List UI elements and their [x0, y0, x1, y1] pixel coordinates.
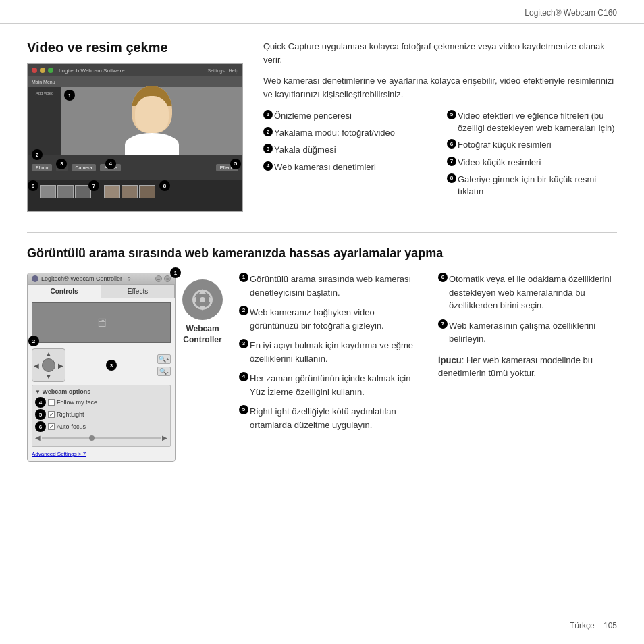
- step-2: 2 Web kameranız bağlıyken video görüntün…: [239, 306, 418, 332]
- section1-intro: Quick Capture uygulaması kolayca fotoğra…: [263, 40, 617, 66]
- wc-tabs: Controls Effects: [28, 285, 175, 298]
- step-3: 3 En iyi açıyı bulmak için kaydırma ve e…: [239, 339, 418, 365]
- feature-3: 3 Yakala düğmesi: [263, 144, 433, 156]
- wc-num3-label: 3: [106, 360, 117, 371]
- wc-rightlight-label: RightLight: [57, 411, 84, 418]
- wc-arrow-down: ▼: [45, 373, 52, 380]
- feature-2-text: Yakalama modu: fotoğraf/video: [274, 127, 395, 139]
- section1-intro2: Web kamerası denetimlerine ve ayarlarına…: [263, 74, 617, 101]
- qc-thumb-group2: [104, 185, 155, 198]
- steps-right-col: 6 Otomatik veya el ile odaklama özellikl…: [438, 273, 617, 438]
- qc-sidebar: Add video: [28, 87, 61, 155]
- step-3-num: 3: [239, 339, 248, 348]
- wc-option-autofocus: 6 ✓ Auto-focus: [35, 421, 167, 432]
- step-1-text: Görüntülü arama sırasında web kamerası d…: [250, 273, 418, 299]
- wc-rightlight-checkbox[interactable]: ✓: [48, 411, 55, 418]
- features-left-col: 1 Önizleme penceresi 2 Yakalama modu: fo…: [263, 110, 433, 203]
- wc-follow-checkbox[interactable]: [48, 399, 55, 406]
- feature-7: 7 Video küçük resimleri: [447, 157, 617, 169]
- badge-5: 5: [230, 159, 241, 169]
- features-right-col: 5 Video efektleri ve eğlence filtreleri …: [447, 110, 617, 203]
- step-2-num: 2: [239, 306, 248, 315]
- section2-body: 1 Logitech® Webcam Controller ?: [27, 273, 617, 462]
- qc-thumbnails-row: 6 7 8: [28, 180, 242, 203]
- step-4-text: Her zaman görüntünün içinde kalmak için …: [250, 372, 418, 398]
- step-5: 5 RightLight özelliğiyle kötü aydınlatıl…: [239, 405, 418, 431]
- wc-arrow-up: ▲: [45, 350, 52, 358]
- qc-thumb4: [104, 185, 120, 198]
- qc-title-text: Logitech Webcam Software: [59, 68, 125, 74]
- section-divider: [27, 232, 617, 233]
- qc-sidebar-item1: Add video: [29, 90, 60, 97]
- wc-help-icon: ?: [128, 276, 130, 282]
- qc-main-area: Add video: [28, 87, 242, 155]
- wc-icon-area: WebcamController: [182, 273, 223, 345]
- badge-1: 1: [64, 90, 75, 101]
- wc-screenshot-container: 1 Logitech® Webcam Controller ?: [27, 273, 176, 462]
- section2: Görüntülü arama sırasında web kameranızd…: [27, 246, 617, 462]
- wc-slider-right-arrow: ▶: [162, 434, 167, 441]
- qc-max-dot: [48, 68, 53, 73]
- wc-tab-effects[interactable]: Effects: [101, 285, 175, 298]
- wc-minimize-btn[interactable]: –: [155, 275, 162, 282]
- wc-options-title: ▼ Webcam options: [35, 388, 167, 395]
- wc-advanced-link[interactable]: Advanced Settings > 7: [32, 451, 86, 457]
- person-head: [132, 86, 172, 133]
- wc-zoom-btns: 🔍+ 🔍-: [157, 354, 171, 376]
- badge-7: 7: [88, 180, 99, 191]
- footer-page: 105: [603, 621, 617, 630]
- wc-slider-thumb[interactable]: [89, 435, 95, 441]
- qc-toolbar-menu: Main Menu: [32, 80, 55, 84]
- wc-badge-5: 5: [35, 409, 46, 420]
- qc-titlebar: Logitech Webcam Software Settings Help: [28, 64, 242, 76]
- section1-right: Quick Capture uygulaması kolayca fotoğra…: [263, 40, 617, 212]
- wc-close-btn[interactable]: ×: [164, 275, 171, 282]
- feature-4-text: Web kamerası denetimleri: [274, 161, 376, 173]
- wc-badge-2: 2: [28, 336, 39, 346]
- wc-title-label: Logitech® Webcam Controller: [41, 275, 122, 282]
- wc-icon-center-dot: [200, 297, 205, 302]
- feature-8: 8 Galeriye girmek için bir küçük resmi t…: [447, 173, 617, 198]
- step-3-text: En iyi açıyı bulmak için kaydırma ve eğm…: [250, 339, 418, 365]
- step-6-num: 6: [438, 273, 448, 282]
- feature-2-num: 2: [263, 127, 273, 136]
- step-4-num: 4: [239, 372, 248, 381]
- feature-3-text: Yakala düğmesi: [274, 144, 336, 156]
- wc-joystick[interactable]: ▲ ▼ ◀ ▶: [32, 348, 65, 382]
- footer: Türkçe 105: [570, 621, 617, 630]
- person-face-inner: [135, 96, 169, 133]
- wc-body: 🖥 2 ▲ ▼ ◀ ▶: [28, 298, 175, 461]
- wc-zoom-in-btn[interactable]: 🔍+: [157, 354, 171, 364]
- quick-capture-screenshot: Logitech Webcam Software Settings Help M…: [27, 63, 243, 212]
- wc-autofocus-label: Auto-focus: [57, 423, 86, 430]
- product-title: Logitech® Webcam C160: [525, 8, 617, 18]
- feature-2: 2 Yakalama modu: fotoğraf/video: [263, 127, 433, 139]
- section2-screenshots: 1 Logitech® Webcam Controller ?: [27, 273, 223, 462]
- qc-photo-btn: Photo: [32, 164, 52, 171]
- wc-autofocus-checkbox[interactable]: ✓: [48, 423, 55, 430]
- wc-win-buttons: – ×: [155, 275, 171, 282]
- qc-camera-btn: Camera: [72, 164, 97, 171]
- wc-joystick-center: [42, 358, 55, 372]
- steps-left-col: 1 Görüntülü arama sırasında web kamerası…: [239, 273, 418, 438]
- wc-zoom-out-btn[interactable]: 🔍-: [157, 367, 171, 376]
- wc-slider-track[interactable]: [42, 437, 161, 439]
- feature-1-num: 1: [263, 110, 273, 119]
- wc-icon-right-arrow: [209, 296, 213, 303]
- step-1-num: 1: [239, 273, 248, 282]
- wc-controller-icon: [182, 279, 223, 320]
- step-5-text: RightLight özelliğiyle kötü aydınlatılan…: [250, 405, 418, 431]
- qc-min-dot: [40, 68, 45, 73]
- badge-3: 3: [56, 159, 67, 169]
- wc-options-label: Webcam options: [42, 388, 90, 395]
- badge-2: 2: [32, 149, 43, 160]
- step-7-num: 7: [438, 319, 448, 329]
- wc-tab-controls[interactable]: Controls: [28, 285, 101, 298]
- feature-4: 4 Web kamerası denetimleri: [263, 161, 433, 173]
- wc-icon-down-arrow: [199, 306, 206, 311]
- qc-effects-btn: Effects 5: [216, 164, 238, 171]
- section2-right-area: 1 Görüntülü arama sırasında web kamerası…: [239, 273, 617, 462]
- qc-thumb-group1: [40, 185, 91, 198]
- feature-6-num: 6: [447, 139, 456, 149]
- qc-thumb5: [122, 185, 138, 198]
